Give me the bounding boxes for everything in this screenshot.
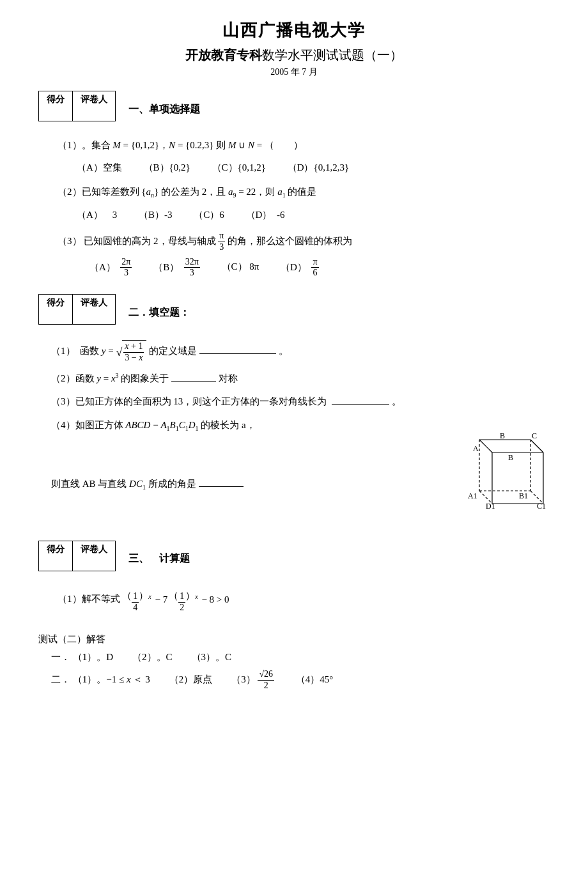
answer-row1-label: 一． (51, 652, 70, 662)
q3-options: （A） 2π3 （B） 32π3 （C） 8π （D） π6 (89, 257, 550, 279)
q2-option-a: （A） 3 (77, 205, 117, 224)
q3-option-d: （D） π6 (281, 257, 318, 279)
q2-option-c: （C）6 (194, 205, 224, 224)
page-title: 山西广播电视大学 (38, 19, 550, 42)
score-box-1: 得分 评卷人 (38, 91, 116, 121)
sqrt-expr: √ x + 1 3 − x (116, 340, 146, 364)
svg-line-1 (530, 440, 543, 452)
reviewer-label-2: 评卷人 (73, 295, 115, 324)
score-box-3: 得分 评卷人 (38, 541, 116, 571)
subtitle: 开放教育专科数学水平测试试题（一） (38, 47, 550, 64)
section-3-title: 三、 计算题 (128, 552, 190, 566)
reviewer-value-2 (81, 309, 107, 321)
diagram-container: 则直线 AB 与直线 DC1 所成的角是 (51, 440, 550, 525)
label-D1: D1 (486, 502, 495, 511)
fill-blank-4 (199, 486, 244, 487)
section-3-header: 得分 评卷人 三、 计算题 (38, 541, 550, 578)
label-A: A (473, 444, 479, 453)
score-label-1: 得分 (39, 91, 73, 121)
q2-option-b: （B）-3 (139, 205, 173, 224)
question-3: （3） 已知圆锥的高为 2，母线与轴成 π 3 的角，那么这个圆锥的体积为 (58, 231, 550, 253)
q1-options: （A）空集 （B）{0,2} （C）{0,1,2} （D）{0,1,2,3} (77, 158, 550, 177)
q1-option-a: （A）空集 (77, 158, 122, 177)
label-C: C (532, 433, 537, 440)
q3-fraction: π 3 (218, 231, 225, 253)
minus-7: − 7 (153, 590, 167, 609)
answer-row-1: 一． （1）。D （2）。C （3）。C (51, 648, 550, 667)
label-inner-B: B (508, 453, 513, 462)
svg-line-2 (479, 440, 492, 452)
q1-option-c: （C）{0,1,2} (212, 158, 266, 177)
score-label-3: 得分 (39, 541, 73, 571)
reviewer-label-1: 评卷人 (73, 91, 115, 121)
fill-q4-answer: 则直线 AB 与直线 DC1 所成的角是 (51, 478, 428, 491)
q3-option-b: （B） 32π3 (153, 257, 200, 279)
answer-row1-content: （1）。D （2）。C （3）。C (73, 652, 231, 662)
q3-option-a: （A） 2π3 (89, 257, 132, 279)
answers-section: 测试（二）解答 一． （1）。D （2）。C （3）。C 二． （1）。−1 ≤… (38, 628, 550, 691)
section-1-header: 得分 评卷人 一、单项选择题 (38, 91, 550, 128)
answer-row2-label: 二． (51, 674, 70, 684)
fill-q3: （3）已知正方体的全面积为 13，则这个正方体的一条对角线长为 。 (51, 392, 550, 411)
subtitle-bold: 开放教育专科 (185, 48, 262, 62)
q2-options: （A） 3 （B）-3 （C）6 （D） -6 (77, 205, 550, 224)
minus-8: − 8 > 0 (199, 590, 229, 609)
label-B1: B1 (519, 491, 528, 500)
score-label-2: 得分 (39, 295, 73, 324)
q1-option-d: （D）{0,1,2,3} (288, 158, 349, 177)
label-C1: C1 (537, 502, 546, 511)
answer-row-2: 二． （1）。−1 ≤ x ＜ 3 （2）原点 （3） √26 2 （4）45° (51, 669, 550, 691)
inequality-expr: （14）x − 7 （12）x − 8 > 0 (122, 587, 229, 613)
section-3: 得分 评卷人 三、 计算题 （1）解不等式 （14）x − 7 （12）x − … (38, 541, 550, 613)
fill-blank-1 (199, 353, 276, 354)
date: 2005 年 7 月 (38, 66, 550, 78)
fill-q1: （1） 函数 y = √ x + 1 3 − x 的定义域是。 (51, 340, 550, 364)
answer-sqrt26: √26 2 (258, 669, 274, 691)
fill-q4: （4）如图正方体 ABCD − A1B1C1D1 的棱长为 a， (51, 416, 550, 435)
diagram-text: 则直线 AB 与直线 DC1 所成的角是 (51, 440, 428, 491)
term1: （14）x (122, 587, 151, 613)
reviewer-value-3 (81, 555, 107, 568)
cube-svg: B C A B D1 C1 A1 B1 (447, 433, 550, 523)
term2: （12）x (169, 587, 197, 613)
question-1: （1）。集合 M = {0,1,2}，N = {0.2,3} 则 M ∪ N =… (58, 137, 550, 154)
section-1: 得分 评卷人 一、单项选择题 （1）。集合 M = {0,1,2}，N = {0… (38, 91, 550, 279)
score-value-3 (47, 555, 65, 568)
score-value-1 (47, 105, 65, 118)
score-value-2 (47, 309, 65, 321)
label-A1: A1 (468, 491, 477, 500)
q3-option-c: （C） 8π (222, 257, 259, 276)
label-B: B (500, 433, 505, 440)
section-2: 得分 评卷人 二．填空题： （1） 函数 y = √ x + 1 3 − x 的… (38, 294, 550, 525)
answer-title: 测试（二）解答 (38, 633, 550, 645)
fill-q2: （2）函数 y = x3 的图象关于对称 (51, 369, 550, 388)
calc-q1: （1）解不等式 （14）x − 7 （12）x − 8 > 0 (58, 587, 550, 613)
section-2-title: 二．填空题： (128, 306, 190, 320)
question-2: （2）已知等差数列 {an} 的公差为 2，且 a9 = 22，则 a1 的值是 (58, 183, 550, 201)
fill-blank-3 (332, 404, 389, 405)
cube-diagram: B C A B D1 C1 A1 B1 (447, 433, 550, 525)
q2-option-d: （D） -6 (246, 205, 285, 224)
section-2-header: 得分 评卷人 二．填空题： (38, 294, 550, 331)
score-box-2: 得分 评卷人 (38, 294, 116, 325)
section-1-title: 一、单项选择题 (128, 103, 200, 116)
reviewer-label-3: 评卷人 (73, 541, 115, 571)
q1-option-b: （B）{0,2} (144, 158, 190, 177)
subtitle-normal: 数学水平测试试题（一） (262, 48, 403, 62)
reviewer-value-1 (81, 105, 107, 118)
fill-blank-2 (171, 381, 216, 382)
